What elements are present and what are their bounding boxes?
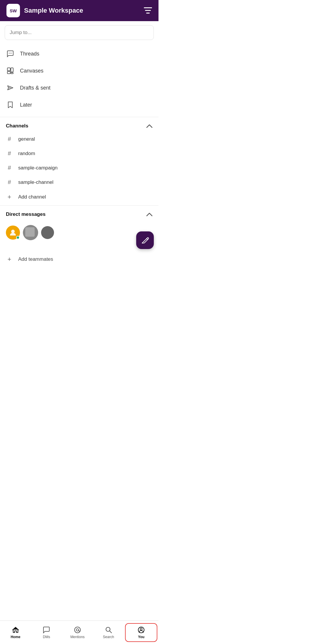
channel-item-random[interactable]: # random (0, 146, 158, 161)
dm-collapse-icon[interactable] (146, 212, 153, 216)
dm-avatar-3-wrap[interactable] (41, 226, 54, 239)
filter-icon[interactable] (144, 7, 152, 14)
add-teammates-label: Add teammates (18, 256, 53, 262)
drafts-icon (6, 83, 15, 92)
nav-item-threads[interactable]: Threads (0, 45, 158, 62)
svg-point-12 (11, 230, 15, 233)
dm-avatars-list (6, 225, 153, 240)
nav-item-canvases[interactable]: Canvases (0, 62, 158, 79)
svg-rect-9 (11, 73, 13, 74)
channels-collapse-icon[interactable] (146, 124, 153, 128)
later-label: Later (20, 102, 32, 108)
svg-rect-7 (7, 71, 10, 74)
channel-item-sample-channel[interactable]: # sample-channel (0, 175, 158, 189)
workspace-name: Sample Workspace (24, 7, 83, 14)
nav-list: Threads Canvases Drafts & sent (0, 44, 158, 116)
drafts-label: Drafts & sent (20, 85, 50, 91)
canvases-icon (6, 66, 15, 75)
dm-avatar-2-wrap[interactable] (23, 225, 38, 240)
threads-icon (6, 49, 15, 58)
hash-icon: # (6, 164, 13, 171)
dm-title: Direct messages (6, 211, 45, 217)
dm-section-header: Direct messages (0, 206, 158, 220)
svg-point-3 (9, 53, 9, 53)
channel-label-random: random (18, 151, 35, 157)
svg-rect-1 (145, 10, 151, 11)
add-teammates-icon: + (6, 255, 13, 263)
channel-item-sample-campaign[interactable]: # sample-campaign (0, 161, 158, 175)
svg-point-5 (11, 53, 12, 53)
canvases-label: Canvases (20, 68, 43, 74)
channels-title: Channels (6, 123, 28, 129)
dm-avatar-1-wrap[interactable] (6, 226, 20, 240)
dm-avatars-section (0, 220, 158, 243)
svg-rect-0 (144, 7, 152, 8)
channel-item-general[interactable]: # general (0, 132, 158, 146)
hash-icon: # (6, 150, 13, 157)
add-teammates-item[interactable]: + Add teammates (0, 252, 158, 267)
search-bar-container (0, 21, 158, 44)
svg-point-4 (10, 53, 11, 53)
svg-rect-8 (11, 68, 13, 72)
workspace-avatar[interactable]: SW (6, 4, 20, 17)
app-header: SW Sample Workspace (0, 0, 158, 21)
nav-item-drafts[interactable]: Drafts & sent (0, 79, 158, 96)
add-channel-item[interactable]: + Add channel (0, 189, 158, 205)
channels-section-header: Channels (0, 118, 158, 132)
online-indicator (16, 236, 20, 239)
add-channel-label: Add channel (18, 194, 46, 200)
header-left: SW Sample Workspace (6, 4, 83, 17)
nav-divider (0, 117, 158, 117)
later-icon (6, 100, 15, 109)
jump-to-input[interactable] (5, 25, 154, 40)
add-channel-icon: + (6, 193, 13, 201)
channel-label-general: general (18, 136, 35, 142)
compose-button[interactable] (136, 231, 154, 249)
hash-icon: # (6, 179, 13, 186)
nav-item-later[interactable]: Later (0, 96, 158, 113)
channel-label-sample-channel: sample-channel (18, 179, 53, 185)
svg-rect-2 (146, 13, 150, 14)
channel-list: # general # random # sample-campaign # s… (0, 132, 158, 205)
svg-rect-6 (7, 68, 10, 71)
hash-icon: # (6, 136, 13, 142)
channels-divider (0, 205, 158, 206)
channel-label-sample-campaign: sample-campaign (18, 165, 58, 171)
threads-label: Threads (20, 51, 39, 57)
